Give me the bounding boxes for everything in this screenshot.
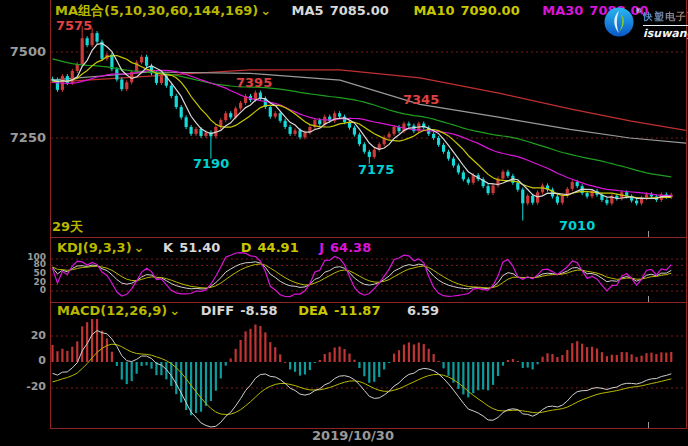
brand-logo-icon	[604, 6, 634, 38]
ma5-value: 7085.00	[330, 3, 389, 18]
chevron-down-icon: ⌄	[134, 240, 145, 255]
chevron-down-icon: ⌄	[260, 3, 271, 18]
panel-border-left	[50, 0, 51, 428]
ma10-label: MA10	[413, 3, 454, 18]
kdj-label: KDJ(9,3,3)	[57, 240, 132, 255]
d-label: D	[241, 240, 252, 255]
axis-tick-main	[648, 231, 649, 237]
brand-domain: isuwang.c	[643, 27, 688, 40]
j-label: J	[319, 240, 324, 255]
k-label: K	[163, 240, 173, 255]
macd-selector[interactable]: MACD(12,26,9)⌄	[57, 303, 180, 318]
brand-name-cn: 快塑电子商	[643, 10, 688, 24]
ma-legend-header: MA组合(5,10,30,60,144,169)⌄ MA57085.00 MA1…	[55, 2, 649, 20]
macd-hist-value: 6.59	[407, 303, 439, 318]
trading-chart-screen: MA组合(5,10,30,60,144,169)⌄ MA57085.00 MA1…	[0, 0, 688, 446]
k-value: 51.40	[179, 240, 220, 255]
axis-tick-macd	[648, 422, 649, 428]
kdj-header: KDJ(9,3,3)⌄ K51.40 D44.91 J64.38	[57, 240, 371, 255]
ma30-label: MA30	[542, 3, 583, 18]
macd-label: MACD(12,26,9)	[57, 303, 167, 318]
panel-border-macd-bottom	[50, 428, 687, 429]
ma10-value: 7090.00	[461, 3, 520, 18]
d-value: 44.91	[258, 240, 299, 255]
ma5-label: MA5	[292, 3, 324, 18]
macd-header: MACD(12,26,9)⌄ DIFF-8.58 DEA-11.87 6.59	[57, 303, 439, 318]
panel-border-right	[686, 0, 687, 428]
axis-tick-kdj	[648, 296, 649, 302]
j-value: 64.38	[330, 240, 371, 255]
diff-value: -8.58	[240, 303, 277, 318]
diff-label: DIFF	[201, 303, 234, 318]
brand-logo: ® 快塑电子商 isuwang.cn	[604, 6, 688, 40]
macd-diff-legend: DIFF-8.58	[201, 303, 278, 318]
ma-group-selector[interactable]: MA组合(5,10,30,60,144,169)⌄	[55, 3, 271, 18]
dea-value: -11.87	[334, 303, 381, 318]
brand-text: 快塑电子商 isuwang.cn	[643, 10, 688, 40]
ma10-legend: MA107090.00	[413, 3, 519, 18]
macd-dea-legend: DEA-11.87	[298, 303, 380, 318]
kdj-k-legend: K51.40	[163, 240, 220, 255]
brand-name-en: isuwang.cn	[643, 25, 688, 40]
dea-label: DEA	[298, 303, 328, 318]
chart-canvas[interactable]	[0, 0, 688, 446]
ma-group-label: MA组合(5,10,30,60,144,169)	[55, 3, 258, 18]
kdj-j-legend: J64.38	[319, 240, 371, 255]
panel-border-main-bottom	[50, 237, 687, 238]
kdj-selector[interactable]: KDJ(9,3,3)⌄	[57, 240, 145, 255]
chevron-down-icon: ⌄	[169, 303, 180, 318]
kdj-d-legend: D44.91	[241, 240, 299, 255]
registered-mark: ®	[635, 7, 642, 15]
ma5-legend: MA57085.00	[292, 3, 389, 18]
